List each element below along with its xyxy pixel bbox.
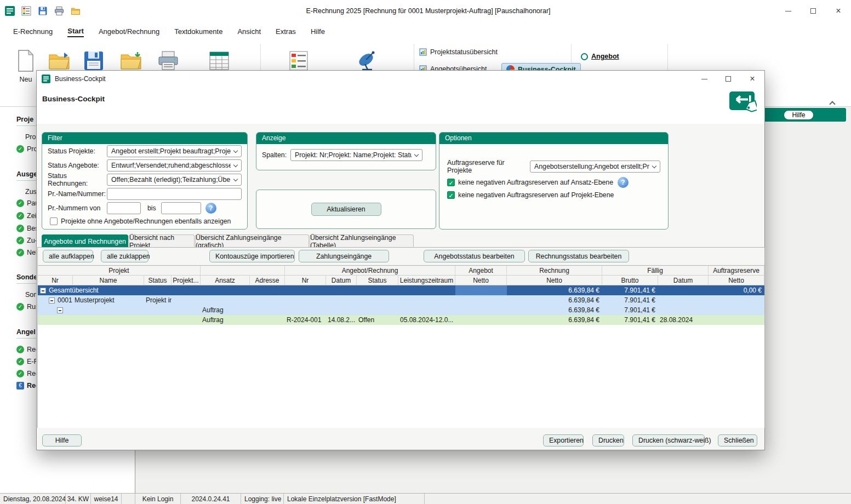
maximize-button[interactable] — [801, 2, 826, 20]
tab-angebote-und-rechnungen[interactable]: Angebote und Rechnungen — [42, 234, 128, 248]
alle-aufklappen-button[interactable]: alle aufklappen — [43, 250, 93, 262]
pr-bis-input[interactable] — [161, 202, 201, 214]
column-header[interactable]: Netto — [455, 276, 507, 285]
tab-zahlungseingaenge-grafisch[interactable]: Übersicht Zahlungseingänge (grafisch) — [195, 234, 309, 248]
zahlungseingaenge-button[interactable]: Zahlungseingänge — [299, 250, 389, 262]
dialog-close-button[interactable]: × — [740, 71, 764, 87]
status-rechnungen-select[interactable]: Offen;Bezahlt (erledigt);Teilzahlung;Übe… — [107, 174, 242, 186]
ribbon-hilfe-button[interactable]: Hilfe — [784, 110, 813, 120]
close-button[interactable]: × — [826, 2, 851, 20]
maximize-icon — [726, 76, 731, 82]
sidebar-item[interactable]: Pro — [25, 133, 36, 141]
column-header[interactable]: Status — [357, 276, 398, 285]
save-icon[interactable] — [38, 6, 48, 16]
tab-uebersicht-nach-projekt[interactable]: Übersicht nach Projekt — [129, 234, 195, 248]
return-arrow-icon[interactable] — [728, 89, 757, 119]
kontoauszuege-importieren-button[interactable]: Kontoauszüge importieren — [209, 250, 295, 262]
sidebar-item[interactable]: Zus — [25, 188, 37, 196]
import-button[interactable] — [119, 50, 142, 71]
check-circle-icon: ✓ — [16, 199, 24, 207]
status-overview-button[interactable] — [288, 50, 309, 71]
chevron-down-icon — [233, 162, 238, 167]
status-list-icon[interactable] — [21, 6, 31, 16]
auftragsreserve-select[interactable]: Angebotserstellung;Angebot erstellt;Proj… — [530, 161, 660, 173]
spalten-select[interactable]: Projekt: Nr;Projekt: Name;Projekt: Statu… — [290, 149, 422, 161]
collapse-toggle-icon[interactable] — [40, 288, 46, 294]
ansatz-ebene-checkbox[interactable]: ✓ — [447, 179, 455, 186]
sidebar-item[interactable]: Son — [25, 291, 37, 299]
column-header[interactable]: Status — [144, 276, 172, 285]
dialog-maximize-button[interactable] — [716, 71, 740, 87]
sidebar-item[interactable]: ✓Bes — [16, 225, 39, 232]
table-view-button[interactable] — [208, 50, 230, 71]
sidebar-item[interactable]: ✓Zeit — [16, 212, 38, 220]
column-header[interactable]: Adresse — [250, 276, 285, 285]
save-icon-large — [83, 50, 104, 71]
refresh-box: Aktualisieren — [256, 190, 436, 229]
collapse-toggle-icon[interactable] — [49, 297, 55, 303]
column-header[interactable]: Netto — [709, 276, 764, 285]
save-button[interactable] — [83, 50, 104, 71]
menu-ansicht[interactable]: Ansicht — [237, 27, 261, 37]
column-header[interactable]: Netto — [507, 276, 602, 285]
open-button[interactable] — [48, 50, 71, 71]
sidebar-item[interactable]: ✓Pro — [16, 145, 37, 153]
folder-icon[interactable] — [71, 6, 81, 16]
alle-zuklappen-button[interactable]: alle zuklappen — [101, 250, 149, 262]
schliessen-button[interactable]: Schließen — [718, 434, 757, 446]
sidebar-item[interactable]: ✓Zu- — [16, 237, 37, 244]
column-header[interactable]: Datum — [326, 276, 357, 285]
table-row-ansatz[interactable]: Auftrag 6.639,84 € 7.901,41 € — [38, 305, 764, 315]
angebotsstatus-bearbeiten-button[interactable]: Angebotsstatus bearbeiten — [424, 250, 525, 262]
dialog-app-icon — [42, 75, 50, 83]
column-header[interactable]: Ansatz — [201, 276, 250, 285]
drucken-button[interactable]: Drucken — [592, 434, 624, 446]
column-header[interactable]: Nr — [285, 276, 326, 285]
aktualisieren-button[interactable]: Aktualisieren — [311, 203, 381, 216]
column-header[interactable]: Nr — [38, 276, 73, 285]
close-icon: × — [750, 75, 755, 83]
projekt-ebene-checkbox[interactable]: ✓ — [447, 191, 455, 199]
new-button[interactable]: Neu — [16, 49, 35, 83]
cell — [73, 315, 144, 325]
print-button[interactable] — [157, 50, 179, 71]
minimize-button[interactable] — [775, 2, 801, 20]
menu-start[interactable]: Start — [67, 27, 84, 37]
datev-transfer-button[interactable] — [356, 50, 379, 71]
menu-hilfe[interactable]: Hilfe — [311, 27, 325, 37]
status-rechnungen-label: Status Rechnungen: — [48, 172, 107, 187]
exportieren-button[interactable]: Exportieren — [543, 434, 584, 446]
tab-zahlungseingaenge-tabelle[interactable]: Übersicht Zahlungseingänge (Tabelle) — [310, 234, 414, 248]
status-projekte-select[interactable]: Angebot erstellt;Projekt beauftragt;Proj… — [107, 145, 242, 157]
table-row-projekt-0001[interactable]: 0001 Musterprojekt Projekt in... 6.639,8… — [38, 295, 764, 305]
pr-nummern-label: Pr.-Nummern von — [48, 204, 107, 212]
column-header[interactable]: Name — [73, 276, 144, 285]
print-icon[interactable] — [54, 6, 64, 16]
angebot-option[interactable]: Angebot — [581, 53, 619, 60]
table-row-gesamtuebersicht[interactable]: Gesamtübersicht 6.639,84 € 7.901,41 € 0,… — [38, 285, 764, 295]
help-icon[interactable]: ? — [618, 177, 629, 188]
status-angebote-select[interactable]: Entwurf;Versendet;ruhend;abgeschlossen (… — [107, 159, 242, 171]
projektstatus-item[interactable]: Projektstatusübersicht — [419, 48, 498, 56]
column-header[interactable]: Projekt... — [172, 276, 201, 285]
column-header[interactable]: Datum — [658, 276, 709, 285]
menu-angebot-rechnung[interactable]: Angebot/Rechnung — [99, 27, 159, 37]
help-icon[interactable]: ? — [205, 203, 216, 214]
menu-extras[interactable]: Extras — [276, 27, 296, 37]
rechnungsstatus-bearbeiten-button[interactable]: Rechnungsstatus bearbeiten — [528, 250, 629, 262]
dialog-minimize-button[interactable] — [692, 71, 716, 87]
sidebar-item[interactable]: ✓E-R — [16, 358, 39, 365]
column-header[interactable]: Leistungszeitraum — [398, 276, 455, 285]
group-header-projekt: Projekt — [38, 266, 201, 276]
pr-name-input[interactable] — [107, 188, 242, 200]
collapse-toggle-icon[interactable] — [57, 307, 63, 313]
projekte-ohne-checkbox[interactable] — [50, 217, 58, 225]
maximize-icon — [810, 8, 816, 14]
column-header[interactable]: Brutto — [602, 276, 658, 285]
menu-textdokumente[interactable]: Textdokumente — [174, 27, 222, 37]
hilfe-button[interactable]: Hilfe — [42, 434, 82, 446]
drucken-sw-button[interactable]: Drucken (schwarz-weiß) — [632, 434, 705, 446]
menu-e-rechnung[interactable]: E-Rechnung — [13, 27, 53, 37]
table-row-rechnung[interactable]: Auftrag R-2024-001 14.08.2... Offen 05.0… — [38, 315, 764, 325]
pr-von-input[interactable] — [107, 202, 141, 214]
